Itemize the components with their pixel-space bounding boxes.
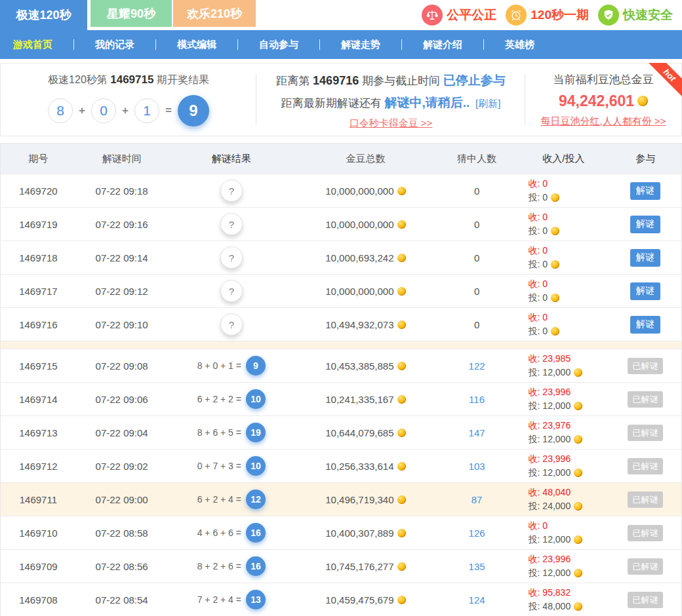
- pool-dividend-link[interactable]: 每日豆池分红,人人都有份 >>: [541, 115, 666, 128]
- total-beans-cell: 10,459,475,679: [295, 594, 436, 606]
- promo-card-link[interactable]: 口令秒卡得金豆 >>: [350, 117, 433, 130]
- total-beans-cell: 10,400,307,889: [295, 528, 436, 539]
- nav-item-game-home[interactable]: 游戏首页: [10, 39, 55, 51]
- result-number-circle: 16: [246, 556, 266, 576]
- coin-icon: [574, 402, 582, 410]
- income-label: 收:: [528, 279, 540, 289]
- draw-result-title: 极速120秒第 1469715 期开奖结果: [48, 73, 209, 87]
- header-result: 解谜结果: [168, 153, 296, 165]
- formula-text: 8 + 6 + 5 =: [197, 427, 241, 438]
- income-label: 收:: [528, 245, 540, 256]
- tab-speed-120s[interactable]: 极速120秒: [0, 0, 87, 30]
- hot-ribbon-label: hot: [648, 63, 682, 97]
- action-cell: 解谜 已解谜: [609, 249, 681, 267]
- invest-label: 投:: [528, 499, 540, 513]
- table-row: 1469709 07-22 08:56 ? 8 + 2 + 6 = 16 10,…: [1, 549, 681, 583]
- coin-icon: [551, 260, 559, 269]
- nav-item-my-records[interactable]: 我的记录: [92, 39, 137, 51]
- total-beans-value: 10,400,307,889: [325, 528, 393, 539]
- time-cell: 07-22 08:58: [76, 528, 168, 539]
- invest-label: 投:: [528, 291, 540, 305]
- solve-button[interactable]: 解谜: [630, 249, 660, 267]
- invest-line: 投:12,000: [528, 466, 609, 480]
- invest-label: 投:: [528, 366, 540, 379]
- winners-cell: 0: [436, 219, 518, 230]
- action-cell: 解谜 已解谜: [609, 592, 681, 608]
- winners-cell: 126: [436, 528, 518, 539]
- total-beans-cell: 10,644,079,685: [295, 427, 436, 438]
- nav-item-intro[interactable]: 解谜介绍: [420, 39, 465, 51]
- coin-icon: [397, 495, 406, 504]
- pool-amount: 94,242,601: [559, 92, 648, 110]
- result-cell: ? 8 + 2 + 6 = 16: [168, 556, 296, 576]
- result-formula: 6 + 2 + 4 = 12: [197, 490, 266, 509]
- income-line: 收:23,996: [528, 452, 609, 466]
- tab-star-90s[interactable]: 星耀90秒: [90, 0, 172, 27]
- formula-text: 8 + 2 + 6 =: [197, 561, 241, 571]
- income-value: 23,996: [542, 387, 571, 397]
- coin-icon: [397, 529, 406, 537]
- income-invest-cell: 收:0 投:12,000: [517, 519, 609, 547]
- nav-item-hero-board[interactable]: 英雄榜: [502, 39, 537, 51]
- coin-icon: [574, 435, 582, 444]
- total-beans-cell: 10,453,385,885: [295, 360, 436, 372]
- table-body: 1469720 07-22 09:18 ? 10,000,000,000 0 收…: [1, 174, 681, 616]
- refresh-link[interactable]: [刷新]: [475, 98, 500, 109]
- invest-value: 12,000: [542, 566, 571, 580]
- coin-icon: [574, 569, 582, 577]
- result-cell: ? 6 + 2 + 4 = 12: [168, 490, 296, 509]
- result-number-circle: 9: [246, 356, 266, 375]
- action-cell: 解谜 已解谜: [609, 558, 681, 575]
- coin-icon: [551, 193, 559, 202]
- invest-line: 投:12,000: [528, 433, 609, 446]
- issue-cell: 1469708: [1, 594, 76, 606]
- header-time: 解谜时间: [76, 153, 168, 165]
- badge-period-label: 120秒一期: [531, 7, 589, 24]
- issue-cell: 1469717: [1, 286, 76, 297]
- draw-number-1: 8: [48, 98, 73, 123]
- badge-fairness-label: 公平公正: [447, 7, 496, 24]
- badge-fairness: 公平公正: [422, 5, 496, 26]
- nav-item-trend[interactable]: 解谜走势: [338, 39, 383, 51]
- winners-cell: 0: [436, 286, 518, 297]
- nav-item-mode-edit[interactable]: 模式编辑: [174, 39, 219, 51]
- nav-divider: [483, 39, 484, 50]
- tab-happy-210s[interactable]: 欢乐210秒: [173, 0, 256, 27]
- next-issue-number: 1469716: [313, 74, 359, 87]
- income-line: 收:0: [528, 277, 609, 291]
- solve-button[interactable]: 解谜: [630, 316, 660, 334]
- solved-badge: 已解谜: [628, 491, 663, 508]
- solved-badge: 已解谜: [628, 592, 663, 608]
- countdown-section: 距离第 1469716 期参与截止时间 已停止参与 距离最新期解谜还有 解谜中,…: [256, 64, 525, 136]
- solve-button[interactable]: 解谜: [630, 282, 660, 300]
- income-invest-cell: 收:0 投:0: [517, 244, 609, 271]
- result-number-circle: 10: [246, 389, 266, 409]
- invest-line: 投:0: [528, 191, 609, 204]
- trust-badges: 公平公正 120秒一期 快速安全: [422, 0, 682, 30]
- header-total: 金豆总数: [295, 153, 436, 165]
- total-beans-cell: 10,256,333,614: [295, 461, 436, 472]
- income-label: 收:: [528, 420, 540, 431]
- income-label: 收:: [528, 178, 540, 189]
- action-cell: 解谜 已解谜: [609, 216, 681, 233]
- solve-button[interactable]: 解谜: [630, 216, 660, 233]
- solving-status: 解谜中,请稍后..: [384, 96, 470, 109]
- invest-label: 投:: [528, 533, 540, 547]
- winners-cell: 0: [436, 185, 518, 197]
- issue-cell: 1469718: [1, 252, 76, 263]
- nav-item-auto-join[interactable]: 自动参与: [256, 39, 301, 51]
- question-mark-icon: ?: [220, 180, 243, 202]
- formula-text: 6 + 2 + 2 =: [197, 394, 241, 404]
- invest-label: 投:: [528, 399, 540, 413]
- result-formula: 4 + 6 + 6 = 16: [197, 523, 266, 543]
- coin-icon: [397, 220, 406, 229]
- result-number-circle: 16: [246, 523, 266, 543]
- winners-cell: 124: [436, 594, 518, 606]
- solving-line: 距离最新期解谜还有 解谜中,请稍后.. [刷新]: [281, 94, 501, 111]
- coin-icon: [397, 395, 406, 404]
- income-label: 收:: [528, 587, 540, 598]
- coin-icon: [574, 368, 582, 377]
- invest-label: 投:: [528, 324, 540, 338]
- income-value: 0: [542, 212, 548, 222]
- solve-button[interactable]: 解谜: [630, 182, 660, 200]
